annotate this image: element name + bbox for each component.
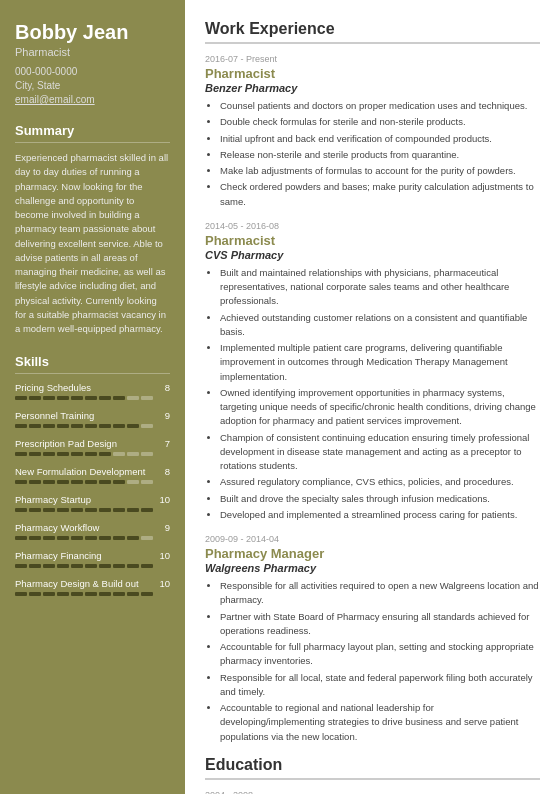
- skill-dot: [29, 592, 41, 596]
- job-period: 2009-09 - 2014-04: [205, 534, 540, 544]
- skill-dot: [85, 536, 97, 540]
- skill-dot: [57, 592, 69, 596]
- skill-score: 10: [159, 550, 170, 561]
- job-period: 2016-07 - Present: [205, 54, 540, 64]
- skill-dot: [141, 452, 153, 456]
- skill-bar: [15, 564, 170, 568]
- skill-dot: [141, 396, 153, 400]
- jobs-list: 2016-07 - PresentPharmacistBenzer Pharma…: [205, 54, 540, 744]
- summary-section-title: Summary: [15, 123, 170, 143]
- skill-item: Pharmacy Workflow9: [15, 522, 170, 540]
- skill-bar: [15, 592, 170, 596]
- skill-dot: [43, 452, 55, 456]
- job-bullets: Responsible for all activities required …: [205, 579, 540, 744]
- skill-name: New Formulation Development: [15, 466, 145, 477]
- skill-dot: [113, 396, 125, 400]
- skill-score: 9: [165, 410, 170, 421]
- skill-score: 8: [165, 466, 170, 477]
- job-bullets: Built and maintained relationships with …: [205, 266, 540, 522]
- skill-dot: [15, 536, 27, 540]
- skill-dot: [29, 396, 41, 400]
- skill-bar: [15, 452, 170, 456]
- job-company: Walgreens Pharmacy: [205, 562, 540, 574]
- bullet-item: Check ordered powders and bases; make pu…: [220, 180, 540, 209]
- skill-dot: [29, 564, 41, 568]
- skill-dot: [141, 536, 153, 540]
- skill-dot: [113, 424, 125, 428]
- bullet-item: Accountable to regional and national lea…: [220, 701, 540, 744]
- skill-dot: [99, 424, 111, 428]
- education-section: Education 2004 - 2008Doctor of PharmacyU…: [205, 756, 540, 794]
- skill-dot: [57, 424, 69, 428]
- bullet-item: Accountable for full pharmacy layout pla…: [220, 640, 540, 669]
- skill-dot: [29, 480, 41, 484]
- skill-dot: [127, 480, 139, 484]
- skill-dot: [99, 508, 111, 512]
- skill-dot: [113, 536, 125, 540]
- bullet-item: Double check formulas for sterile and no…: [220, 115, 540, 129]
- phone: 000-000-0000: [15, 66, 170, 77]
- skill-dot: [85, 396, 97, 400]
- bullet-item: Champion of consistent continuing educat…: [220, 431, 540, 474]
- skills-section-title: Skills: [15, 354, 170, 374]
- skill-dot: [43, 592, 55, 596]
- skill-item: Personnel Training9: [15, 410, 170, 428]
- skill-dot: [99, 396, 111, 400]
- skill-item: Pharmacy Startup10: [15, 494, 170, 512]
- skill-dot: [43, 508, 55, 512]
- skill-name: Pharmacy Startup: [15, 494, 91, 505]
- skill-dot: [57, 536, 69, 540]
- skill-bar: [15, 396, 170, 400]
- skill-dot: [99, 452, 111, 456]
- skill-dot: [99, 480, 111, 484]
- bullet-item: Assured regulatory compliance, CVS ethic…: [220, 475, 540, 489]
- skill-dot: [141, 480, 153, 484]
- skill-item: Pharmacy Design & Build out10: [15, 578, 170, 596]
- email[interactable]: email@email.com: [15, 94, 170, 105]
- job-company: CVS Pharmacy: [205, 249, 540, 261]
- skill-dot: [43, 396, 55, 400]
- skill-dot: [113, 508, 125, 512]
- skill-dot: [43, 536, 55, 540]
- skill-dot: [85, 424, 97, 428]
- job-title: Pharmacist: [205, 66, 540, 81]
- job-company: Benzer Pharmacy: [205, 82, 540, 94]
- skill-dot: [71, 564, 83, 568]
- skill-bar: [15, 508, 170, 512]
- skill-dot: [85, 564, 97, 568]
- summary-text: Experienced pharmacist skilled in all da…: [15, 151, 170, 336]
- skill-dot: [127, 508, 139, 512]
- location: City, State: [15, 80, 170, 91]
- edu-period: 2004 - 2008: [205, 790, 540, 794]
- skills-list: Pricing Schedules8Personnel Training9Pre…: [15, 382, 170, 596]
- skill-dot: [113, 452, 125, 456]
- skill-dot: [57, 564, 69, 568]
- skill-dot: [71, 396, 83, 400]
- skill-bar: [15, 480, 170, 484]
- skill-dot: [43, 480, 55, 484]
- skill-dot: [127, 424, 139, 428]
- bullet-item: Responsible for all local, state and fed…: [220, 671, 540, 700]
- skill-dot: [57, 508, 69, 512]
- skill-name: Prescription Pad Design: [15, 438, 117, 449]
- skill-dot: [71, 424, 83, 428]
- skill-dot: [113, 564, 125, 568]
- work-experience-title: Work Experience: [205, 20, 540, 44]
- job-entry: 2009-09 - 2014-04Pharmacy ManagerWalgree…: [205, 534, 540, 744]
- skill-item: New Formulation Development8: [15, 466, 170, 484]
- job-title: Pharmacy Manager: [205, 546, 540, 561]
- main-content: Work Experience 2016-07 - PresentPharmac…: [185, 0, 560, 794]
- job-title: Pharmacist: [205, 233, 540, 248]
- skill-dot: [71, 592, 83, 596]
- skill-dot: [29, 536, 41, 540]
- skill-dot: [99, 592, 111, 596]
- skill-bar: [15, 424, 170, 428]
- bullet-item: Built and drove the specialty sales thro…: [220, 492, 540, 506]
- skill-dot: [29, 508, 41, 512]
- skill-dot: [127, 536, 139, 540]
- bullet-item: Release non-sterile and sterile products…: [220, 148, 540, 162]
- job-period: 2014-05 - 2016-08: [205, 221, 540, 231]
- skill-dot: [71, 452, 83, 456]
- skill-dot: [141, 592, 153, 596]
- skill-dot: [57, 480, 69, 484]
